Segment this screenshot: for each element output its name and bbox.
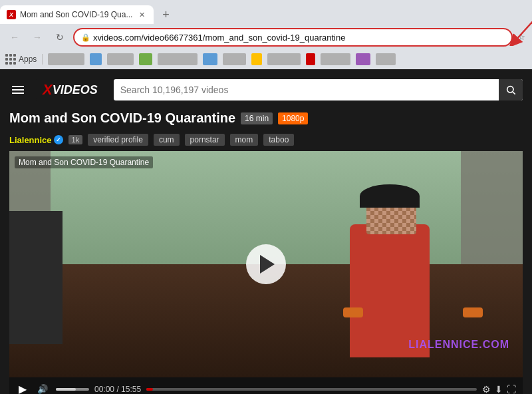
- logo-text: VIDEOS: [53, 83, 98, 97]
- play-pause-button[interactable]: ▶: [16, 381, 29, 394]
- video-title-text: Mom and Son COVID-19 Quarantine: [9, 110, 235, 126]
- video-overlay-title: Mom and Son COVID-19 Quarantine: [15, 156, 153, 168]
- author-name-text: Lialennice: [9, 135, 52, 145]
- video-meta: Lialennice ✓ 1k verified profile cum por…: [9, 130, 523, 151]
- logo-x: X: [43, 81, 53, 98]
- hamburger-line-3: [12, 93, 24, 94]
- url-input[interactable]: [93, 33, 505, 43]
- tab-favicon: X: [7, 10, 16, 19]
- bookmark-5[interactable]: [158, 53, 198, 65]
- left-arm: [343, 307, 363, 317]
- bookmark-12[interactable]: [356, 53, 370, 65]
- fullscreen-icon[interactable]: ⛶: [507, 384, 516, 395]
- hamburger-line-2: [12, 89, 24, 91]
- video-title-area: Mom and Son COVID-19 Quarantine 16 min 1…: [9, 106, 523, 130]
- video-frame: Mom and Son COVID-19 Quarantine LIALENNI…: [9, 151, 523, 377]
- apps-grid-icon: [5, 54, 16, 65]
- duration-badge: 16 min: [241, 112, 273, 124]
- author-link[interactable]: Lialennice ✓: [9, 135, 63, 145]
- subscriber-count: 1k: [68, 135, 83, 144]
- right-arm: [463, 307, 483, 317]
- hair: [360, 184, 420, 208]
- bookmark-10[interactable]: [306, 53, 315, 65]
- volume-level: [56, 388, 76, 391]
- bookmark-4[interactable]: [139, 53, 152, 65]
- tab-close-button[interactable]: ✕: [136, 9, 147, 20]
- bookmark-9[interactable]: [267, 53, 301, 65]
- search-button[interactable]: [499, 79, 523, 100]
- settings-icon[interactable]: ⚙: [482, 384, 491, 395]
- bookmark-13[interactable]: [376, 53, 396, 65]
- address-bar[interactable]: 🔒: [73, 28, 513, 47]
- site-logo[interactable]: X VIDEOS: [36, 79, 104, 101]
- quality-badge: 1080p: [278, 112, 308, 124]
- progress-bar[interactable]: [146, 388, 477, 391]
- search-input[interactable]: [114, 85, 499, 95]
- address-bar-area: ← → ↻ 🔒 ☆: [0, 24, 532, 51]
- time-total: 15:55: [121, 385, 141, 394]
- bookmark-6[interactable]: [203, 53, 217, 65]
- video-player[interactable]: Mom and Son COVID-19 Quarantine LIALENNI…: [9, 151, 523, 394]
- lock-icon: 🔒: [81, 33, 90, 42]
- search-bar[interactable]: [114, 79, 523, 100]
- progress-fill: [146, 388, 153, 391]
- left-object: [9, 211, 63, 344]
- volume-slider[interactable]: [56, 388, 89, 391]
- site-header: X VIDEOS: [9, 76, 523, 106]
- video-watermark: LIALENNICE.COM: [408, 339, 509, 351]
- tag-pornstar[interactable]: pornstar: [185, 134, 225, 146]
- bookmark-11[interactable]: [321, 53, 350, 65]
- apps-bookmark[interactable]: Apps: [5, 54, 37, 65]
- back-button[interactable]: ←: [5, 28, 24, 47]
- bookmarks-bar: Apps: [0, 51, 532, 69]
- tag-taboo[interactable]: taboo: [263, 134, 294, 146]
- video-title: Mom and Son COVID-19 Quarantine 16 min 1…: [9, 110, 523, 126]
- dress: [350, 224, 430, 357]
- tag-cum[interactable]: cum: [154, 134, 180, 146]
- tab-bar: X Mom and Son COVID-19 Qua... ✕ +: [0, 0, 532, 24]
- hamburger-menu[interactable]: [9, 83, 27, 97]
- browser-chrome: X Mom and Son COVID-19 Qua... ✕ + ← → ↻ …: [0, 0, 532, 69]
- bookmark-2[interactable]: [90, 53, 102, 65]
- bookmark-3[interactable]: [107, 53, 134, 65]
- verified-profile-tag[interactable]: verified profile: [88, 134, 148, 146]
- bookmark-1[interactable]: [48, 53, 84, 65]
- verified-icon: ✓: [54, 135, 63, 144]
- svg-line-0: [515, 19, 532, 41]
- play-triangle-icon: [260, 255, 275, 274]
- refresh-button[interactable]: ↻: [51, 28, 69, 47]
- time-display: 00:00 / 15:55: [94, 385, 141, 394]
- hamburger-line-1: [12, 86, 24, 87]
- tag-mom[interactable]: mom: [230, 134, 259, 146]
- time-current: 00:00: [94, 385, 114, 394]
- annotation-arrow: [508, 16, 532, 49]
- bookmark-7[interactable]: [223, 53, 246, 65]
- video-controls: ▶ 🔊 00:00 / 15:55 ⚙ ⬇ ⛶: [9, 377, 523, 394]
- controls-right: ⚙ ⬇ ⛶: [482, 384, 516, 395]
- page-content: X VIDEOS Mom and Son COVID-19 Quarantine…: [0, 69, 532, 394]
- forward-button[interactable]: →: [28, 28, 47, 47]
- person-silhouette: [336, 184, 489, 357]
- active-tab[interactable]: X Mom and Son COVID-19 Qua... ✕: [0, 5, 154, 24]
- volume-button[interactable]: 🔊: [35, 383, 51, 394]
- tab-title: Mom and Son COVID-19 Qua...: [20, 10, 132, 19]
- svg-line-3: [513, 92, 515, 95]
- new-tab-button[interactable]: +: [156, 5, 175, 24]
- play-button[interactable]: [246, 244, 286, 284]
- svg-point-2: [507, 87, 513, 93]
- bookmark-8[interactable]: [251, 53, 262, 65]
- download-icon[interactable]: ⬇: [495, 384, 503, 395]
- apps-label: Apps: [19, 55, 37, 64]
- bookmarks-divider: [42, 54, 43, 65]
